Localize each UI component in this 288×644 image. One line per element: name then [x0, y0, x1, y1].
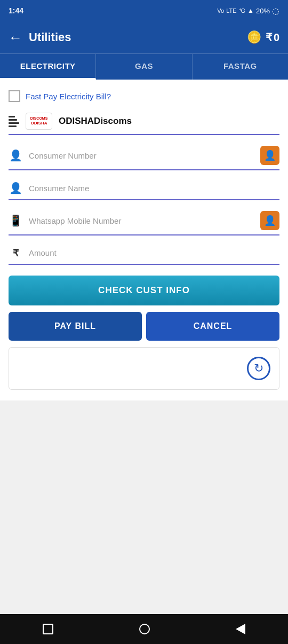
4g-icon: ⁴G [239, 7, 246, 14]
bottom-nav [0, 614, 288, 644]
header: ← Utilities 🪙 ₹ 0 [0, 21, 288, 53]
nav-square-button[interactable] [30, 619, 66, 639]
fast-pay-checkbox[interactable] [9, 90, 20, 102]
whatsapp-mobile-field: 👤 [9, 211, 279, 235]
consumer-number-field: 👤 [9, 146, 279, 170]
network-icon: Vo [217, 7, 224, 14]
tab-gas[interactable]: GAS [96, 54, 192, 80]
refresh-icon: ↻ [254, 362, 263, 375]
consumer-number-input[interactable] [29, 149, 254, 162]
contact-icon: 👤 [264, 150, 276, 161]
provider-row[interactable]: DISCOMS ODISHA ODISHADiscoms [9, 113, 279, 135]
provider-name: ODISHADiscoms [59, 116, 132, 127]
fast-pay-label: Fast Pay Electricity Bill? [26, 92, 111, 101]
phone-icon [9, 214, 22, 227]
wallet-icon: 🪙 [247, 30, 261, 44]
whatsapp-mobile-input[interactable] [29, 214, 254, 227]
battery-text: 20% [256, 7, 270, 15]
provider-logo: DISCOMS ODISHA [26, 113, 52, 130]
fast-pay-row: Fast Pay Electricity Bill? [9, 90, 279, 102]
signal-strength-icon [9, 116, 19, 127]
page-title: Utilities [29, 30, 71, 44]
tab-electricity[interactable]: ELECTRICITY [0, 54, 96, 80]
consumer-number-contact-button[interactable]: 👤 [260, 146, 279, 165]
check-cust-info-button[interactable]: CHECK CUST INFO [9, 276, 279, 305]
whatsapp-contact-button[interactable]: 👤 [260, 211, 279, 230]
wallet-amount: ₹ 0 [266, 31, 279, 44]
header-right: 🪙 ₹ 0 [247, 30, 279, 44]
header-left: ← Utilities [9, 29, 71, 46]
refresh-box: ↻ [9, 347, 279, 390]
back-button[interactable]: ← [9, 29, 22, 46]
signal-bars-icon: ▲ [247, 7, 254, 14]
consumer-name-field [9, 181, 279, 200]
status-bar: 1:44 Vo LTE ⁴G ▲ 20% ◌ [0, 0, 288, 21]
triangle-icon [236, 624, 245, 634]
amount-field: ₹ [9, 246, 279, 265]
wallet-value: 0 [274, 32, 279, 44]
status-icons: Vo LTE ⁴G ▲ 20% ◌ [217, 6, 279, 16]
status-time: 1:44 [9, 6, 23, 15]
tab-bar: ELECTRICITY GAS FASTAG [0, 53, 288, 80]
battery-icon: ◌ [272, 6, 279, 16]
pay-bill-button[interactable]: PAY BILL [9, 312, 142, 341]
square-icon [43, 624, 53, 634]
person-icon-2 [9, 181, 22, 195]
main-content: Fast Pay Electricity Bill? DISCOMS ODISH… [0, 80, 288, 400]
tab-fastag[interactable]: FASTAG [193, 54, 288, 80]
contact-icon-2: 👤 [264, 215, 276, 226]
circle-icon [139, 624, 150, 634]
nav-back-button[interactable] [223, 619, 258, 639]
rupee-symbol: ₹ [266, 31, 273, 44]
consumer-name-input[interactable] [29, 182, 279, 195]
amount-input[interactable] [29, 246, 279, 260]
bottom-buttons: PAY BILL CANCEL [9, 312, 279, 341]
cancel-button[interactable]: CANCEL [146, 312, 279, 341]
person-icon [9, 148, 22, 162]
refresh-button[interactable]: ↻ [247, 357, 270, 380]
rupee-icon: ₹ [9, 247, 22, 259]
lte-icon: LTE [226, 7, 236, 14]
nav-home-button[interactable] [126, 619, 163, 639]
